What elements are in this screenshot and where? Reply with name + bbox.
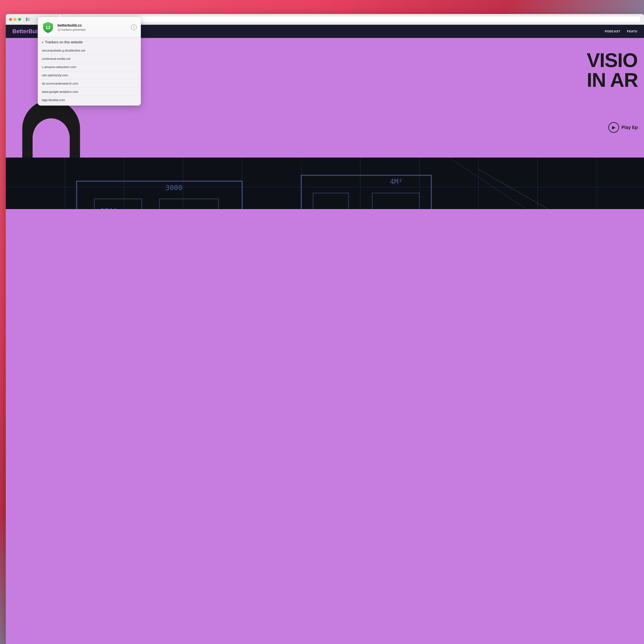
tracker-popup: 12 betterbuild.cc 12 trackers prevented … <box>38 14 141 106</box>
popup-info-button[interactable]: i <box>131 24 137 30</box>
popup-body[interactable]: ▾ Trackers on this website securepubads.… <box>38 37 141 106</box>
svg-rect-1 <box>28 18 30 19</box>
popup-panel: 12 betterbuild.cc 12 trackers prevented … <box>38 17 141 106</box>
maximize-button[interactable] <box>18 18 21 21</box>
tracker-item: c.amazon-adsystem.com <box>38 63 141 71</box>
tracker-item: sb.scorecardresearch.com <box>38 79 141 88</box>
shield-badge: 12 <box>42 21 54 33</box>
svg-rect-2 <box>28 19 30 20</box>
tracker-item: cdn.optimizely.com <box>38 71 141 79</box>
section-title: Trackers on this website <box>45 40 83 44</box>
svg-rect-0 <box>26 18 27 21</box>
close-button[interactable] <box>9 18 12 21</box>
trackers-section-header[interactable]: ▾ Trackers on this website <box>38 37 141 46</box>
svg-rect-4 <box>6 158 223 209</box>
svg-rect-3 <box>28 20 30 21</box>
tracker-list: securepubads.g.doubleclick.net contextua… <box>38 46 141 106</box>
popup-header: 12 betterbuild.cc 12 trackers prevented … <box>38 17 141 37</box>
tracker-item: www.google-analytics.com <box>38 88 141 96</box>
popup-arrow <box>58 14 62 17</box>
tracker-item: securepubads.g.doubleclick.net <box>38 46 141 55</box>
shield-badge-number: 12 <box>46 25 51 30</box>
popup-site-info: betterbuild.cc 12 trackers prevented <box>58 23 128 31</box>
tracker-item: contextual.media.net <box>38 55 141 63</box>
svg-text:3700: 3700 <box>100 207 118 209</box>
chevron-down-icon: ▾ <box>42 41 43 44</box>
logo-white-text: BetterBu <box>12 28 36 34</box>
sidebar-toggle-button[interactable] <box>25 17 31 22</box>
browser-window: ‹ › 🔒 betterbuild.cc BetterBuild PODCAST… <box>6 14 223 223</box>
blueprint-section: 3700 3000 4M² ③ <box>6 158 223 209</box>
popup-trackers-count: 12 trackers prevented <box>58 28 128 31</box>
svg-text:3000: 3000 <box>165 184 182 192</box>
arch-inner-shape <box>33 118 70 158</box>
minimize-button[interactable] <box>14 18 16 21</box>
blueprint-grid: 3700 3000 4M² ③ <box>6 158 223 209</box>
tracker-item: tags.bluekai.com <box>38 96 141 104</box>
popup-site-domain: betterbuild.cc <box>58 23 128 28</box>
traffic-lights <box>9 18 21 21</box>
